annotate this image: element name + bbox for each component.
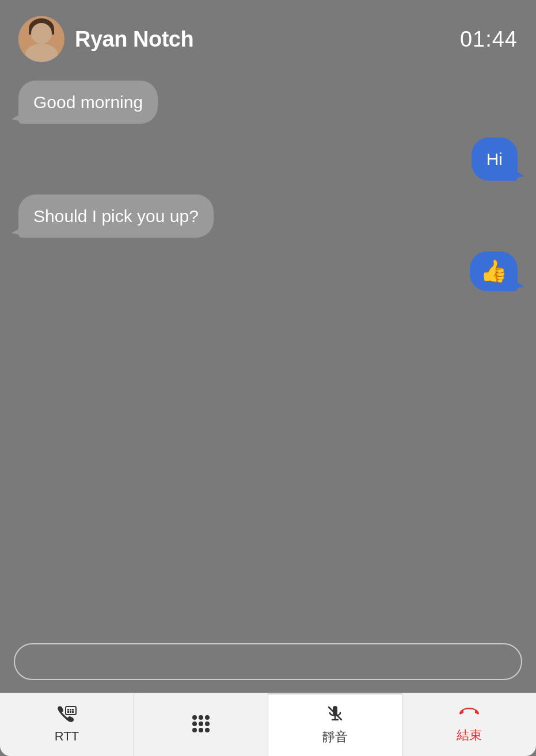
- chat-area: Good morning Hi Should I pick you up? 👍: [0, 71, 536, 633]
- incoming-bubble-2: Should I pick you up?: [18, 194, 214, 238]
- rtt-icon: [56, 705, 77, 727]
- keypad-button[interactable]: [134, 693, 268, 756]
- keypad-icon: [192, 715, 210, 732]
- svg-rect-14: [67, 711, 69, 713]
- svg-rect-3: [29, 29, 54, 35]
- svg-point-5: [35, 35, 39, 39]
- rtt-label: RTT: [55, 729, 79, 744]
- message-input[interactable]: [14, 643, 522, 680]
- bottom-toolbar: RTT 靜音 結束: [0, 693, 536, 756]
- svg-rect-13: [72, 709, 74, 711]
- svg-point-7: [35, 44, 48, 51]
- call-header: Ryan Notch 01:44: [0, 0, 536, 71]
- svg-rect-1: [18, 16, 64, 62]
- end-call-icon: [459, 706, 480, 724]
- svg-rect-15: [70, 711, 71, 713]
- mute-icon: [326, 705, 344, 726]
- svg-rect-11: [67, 709, 69, 711]
- svg-point-8: [24, 54, 59, 62]
- svg-rect-16: [72, 711, 74, 713]
- end-call-label: 結束: [457, 727, 482, 744]
- svg-point-6: [44, 35, 48, 39]
- end-call-button[interactable]: 結束: [402, 693, 536, 756]
- avatar: [18, 16, 64, 62]
- message-row: Good morning: [18, 81, 518, 124]
- rtt-button[interactable]: RTT: [0, 693, 134, 756]
- mute-button[interactable]: 靜音: [268, 693, 402, 756]
- contact-info: Ryan Notch: [18, 16, 193, 62]
- input-area: [0, 633, 536, 693]
- svg-rect-9: [24, 55, 59, 62]
- avatar-image: [18, 16, 64, 62]
- svg-point-2: [29, 18, 54, 39]
- svg-point-4: [31, 26, 52, 52]
- mute-label: 靜音: [322, 728, 348, 746]
- outgoing-bubble-2: 👍: [470, 251, 518, 291]
- call-timer: 01:44: [460, 27, 518, 52]
- contact-name: Ryan Notch: [75, 27, 193, 52]
- svg-rect-12: [70, 709, 71, 711]
- message-row: Should I pick you up?: [18, 194, 518, 238]
- incoming-bubble-1: Good morning: [18, 81, 158, 124]
- message-row: 👍: [18, 251, 518, 291]
- outgoing-bubble-1: Hi: [472, 138, 518, 181]
- message-row: Hi: [18, 138, 518, 181]
